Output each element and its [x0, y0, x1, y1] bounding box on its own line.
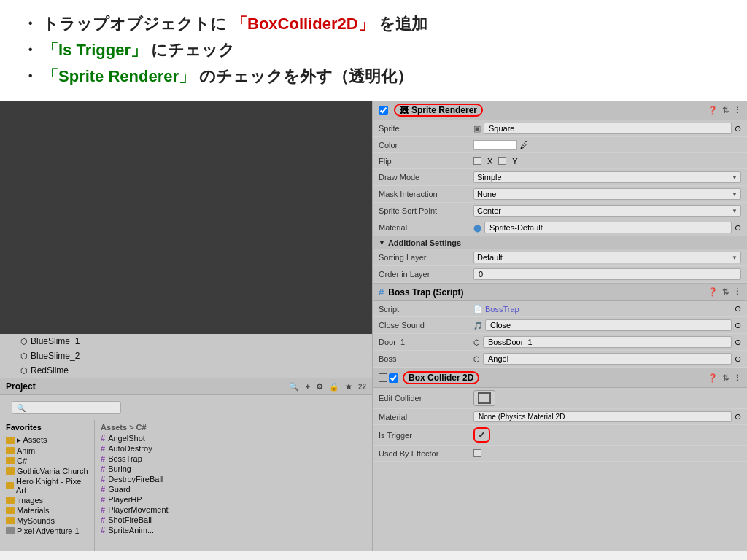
- mask-interaction-dropdown[interactable]: None ▼: [473, 188, 741, 200]
- asset-playermovement[interactable]: #PlayerMovement: [101, 505, 366, 515]
- bullet-2: 「Is Trigger」 にチェック: [22, 39, 725, 61]
- search-input[interactable]: [28, 403, 116, 412]
- settings-icon[interactable]: ⇅: [722, 106, 729, 115]
- sprite-renderer-title: Sprite Renderer: [411, 105, 477, 115]
- material-value[interactable]: Sprites-Default: [484, 222, 732, 233]
- bullet-1-prefix: トラップオブジェクトに: [42, 13, 227, 35]
- add-icon[interactable]: +: [305, 382, 309, 391]
- boss-trap-section: # Boss Trap (Script) ❓ ⇅ ⋮ Script 📄 Boss…: [373, 284, 747, 368]
- flip-y-checkbox[interactable]: [498, 157, 506, 165]
- fav-assets[interactable]: ▸ Assets: [6, 435, 88, 446]
- close-sound-value[interactable]: Close: [485, 319, 732, 331]
- used-by-effector-label: Used By Effector: [379, 449, 473, 458]
- boss-value[interactable]: Angel: [483, 353, 732, 365]
- collider-material-value[interactable]: None (Physics Material 2D: [473, 411, 732, 422]
- draw-mode-label: Draw Mode: [379, 173, 473, 182]
- draw-mode-dropdown[interactable]: Simple ▼: [473, 171, 741, 183]
- svg-point-3: [478, 402, 480, 404]
- script-prop: Script 📄 BossTrap ⊙: [373, 301, 747, 317]
- sorting-layer-dropdown[interactable]: Default ▼: [473, 252, 741, 263]
- door1-value[interactable]: BossDoor_1: [483, 336, 732, 348]
- target-icon[interactable]: ⊙: [735, 124, 741, 133]
- is-trigger-check[interactable]: ✓: [478, 429, 486, 440]
- asset-bosststrap[interactable]: #BossTrap: [101, 454, 366, 464]
- fav-csharp[interactable]: C#: [6, 456, 88, 466]
- fav-pixeladventure[interactable]: Pixel Adventure 1: [6, 526, 88, 536]
- asset-playerhp[interactable]: #PlayerHP: [101, 494, 366, 505]
- fav-mysounds[interactable]: MySounds: [6, 516, 88, 526]
- asset-buring[interactable]: #Buring: [101, 464, 366, 474]
- asset-destroyfireball[interactable]: #DestroyFireBall: [101, 474, 366, 484]
- target-icon[interactable]: ⊙: [735, 338, 741, 347]
- hierarchy-item-redslime[interactable]: ⬡ RedSlime: [0, 363, 372, 378]
- script-value[interactable]: BossTrap: [485, 305, 519, 314]
- help-icon[interactable]: ❓: [708, 287, 718, 297]
- dropdown-arrow-icon: ▼: [732, 191, 738, 198]
- used-by-effector-checkbox[interactable]: [473, 449, 481, 457]
- flip-x-checkbox[interactable]: [473, 157, 481, 165]
- fav-images[interactable]: Images: [6, 495, 88, 505]
- asset-shotfireball[interactable]: #ShotFireBall: [101, 515, 366, 525]
- sprite-prop: Sprite ▣ Square ⊙: [373, 120, 747, 137]
- door-icon: ⬡: [473, 338, 480, 346]
- additional-settings-header[interactable]: ▼ Additional Settings: [373, 236, 747, 249]
- star-icon[interactable]: ★: [345, 382, 352, 392]
- more-icon[interactable]: ⋮: [733, 106, 741, 115]
- box-collider-title: Box Collider 2D: [409, 373, 473, 383]
- edit-collider-prop: Edit Collider: [373, 388, 747, 409]
- hierarchy-item-blueslime2[interactable]: ⬡ BlueSlime_2: [0, 349, 372, 363]
- order-in-layer-label: Order in Layer: [379, 270, 473, 279]
- color-swatch[interactable]: [473, 140, 517, 150]
- fav-gothicvania[interactable]: GothicVania Church: [6, 466, 88, 476]
- target-icon[interactable]: ⊙: [735, 412, 741, 421]
- target-icon[interactable]: ⊙: [735, 304, 741, 314]
- edit-collider-button[interactable]: [473, 390, 495, 406]
- project-content: Favorites ▸ Assets Anim C# GothicVania C…: [0, 420, 372, 551]
- lock-icon[interactable]: 🔒: [329, 382, 339, 392]
- hierarchy-item-blueslime1[interactable]: ⬡ BlueSlime_1: [0, 334, 372, 349]
- box-collider-checkbox-container: [379, 373, 398, 383]
- sprite-renderer-title-outline: 🖼 Sprite Renderer: [394, 104, 483, 117]
- fav-heroknight[interactable]: Hero Knight - Pixel Art: [6, 476, 88, 495]
- target-icon[interactable]: ⊙: [735, 223, 741, 233]
- search-icon: 🔍: [289, 382, 299, 392]
- more-icon[interactable]: ⋮: [733, 373, 741, 383]
- color-picker-icon[interactable]: 🖊: [520, 141, 528, 149]
- dropdown-arrow-icon: ▼: [732, 174, 738, 181]
- flip-prop: Flip X Y: [373, 153, 747, 169]
- asset-spriteanim[interactable]: #SpriteAnim...: [101, 525, 366, 535]
- help-icon[interactable]: ❓: [708, 106, 718, 115]
- asset-guard[interactable]: #Guard: [101, 484, 366, 494]
- hierarchy-icon: ⬡: [20, 351, 28, 361]
- sprite-renderer-enabled-checkbox[interactable]: [379, 106, 388, 115]
- more-icon[interactable]: ⋮: [733, 287, 741, 297]
- box-collider-enabled-checkbox[interactable]: [389, 373, 398, 383]
- target-icon[interactable]: ⊙: [735, 321, 741, 330]
- boss-trap-header: # Boss Trap (Script) ❓ ⇅ ⋮: [373, 284, 747, 301]
- settings-icon[interactable]: ⇅: [722, 287, 729, 297]
- edit-collider-value-container: [473, 390, 741, 406]
- mask-interaction-value: None: [477, 190, 496, 198]
- sprite-value[interactable]: Square: [484, 122, 732, 134]
- sprite-ref-icon: ▣: [473, 124, 481, 133]
- asset-angelshot[interactable]: #AngelShot: [101, 433, 366, 443]
- music-icon: 🎵: [473, 322, 482, 330]
- settings-icon[interactable]: ⚙: [316, 382, 323, 392]
- script-icon: #: [379, 287, 384, 298]
- boss-value-container: ⬡ Angel ⊙: [473, 353, 741, 365]
- fav-materials[interactable]: Materials: [6, 505, 88, 516]
- bullet-3: 「Sprite Renderer」 のチェックを外す（透明化）: [22, 66, 725, 88]
- assets-path: Assets > C#: [101, 423, 366, 432]
- project-search-row: 🔍: [6, 398, 366, 417]
- sprite-sort-value: Center: [477, 206, 501, 215]
- order-in-layer-value[interactable]: 0: [473, 268, 741, 280]
- project-search-box[interactable]: 🔍: [12, 401, 121, 414]
- target-icon[interactable]: ⊙: [735, 354, 741, 364]
- box-collider-header-right: ❓ ⇅ ⋮: [708, 373, 741, 383]
- sprite-sort-dropdown[interactable]: Center ▼: [473, 205, 741, 217]
- settings-icon[interactable]: ⇅: [722, 373, 729, 383]
- fav-anim[interactable]: Anim: [6, 446, 88, 456]
- sorting-layer-value: Default: [477, 253, 503, 262]
- asset-autodestroy[interactable]: #AutoDestroy: [101, 443, 366, 454]
- help-icon[interactable]: ❓: [708, 373, 718, 383]
